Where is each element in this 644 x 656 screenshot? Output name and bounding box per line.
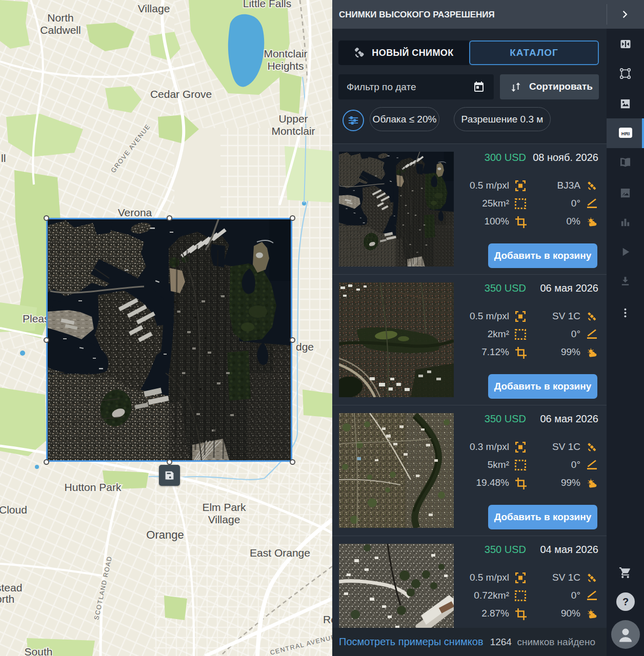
svg-text:Upper: Upper — [278, 113, 308, 125]
svg-text:?: ? — [622, 596, 628, 607]
svg-text:ll: ll — [1, 152, 6, 164]
svg-text:Pleas: Pleas — [23, 313, 50, 324]
svg-text:Ro: Ro — [323, 613, 332, 625]
svg-text:East Orange: East Orange — [250, 547, 310, 559]
svg-text:Elm Park: Elm Park — [202, 501, 246, 513]
svg-text:Montclair: Montclair — [271, 125, 315, 137]
svg-text:Montclair: Montclair — [264, 48, 307, 59]
svg-text:Hutton Park: Hutton Park — [65, 481, 122, 493]
svg-text:North: North — [47, 12, 73, 24]
svg-text:Verona: Verona — [118, 207, 152, 218]
svg-text:Cloud: Cloud — [0, 504, 27, 516]
svg-text:Village: Village — [138, 3, 170, 14]
svg-text:dge: dge — [296, 341, 314, 353]
svg-text:HRI: HRI — [621, 131, 629, 136]
svg-text:Caldwell: Caldwell — [40, 24, 80, 36]
svg-text:orth: orth — [0, 593, 14, 605]
svg-text:stead: stead — [0, 582, 22, 593]
svg-text:Little Falls: Little Falls — [243, 0, 292, 9]
svg-text:South: South — [25, 646, 53, 656]
svg-text:Heights: Heights — [267, 60, 304, 72]
svg-text:Village: Village — [208, 514, 240, 525]
svg-text:Cedar Grove: Cedar Grove — [150, 88, 212, 100]
svg-text:Orange: Orange — [146, 528, 184, 541]
